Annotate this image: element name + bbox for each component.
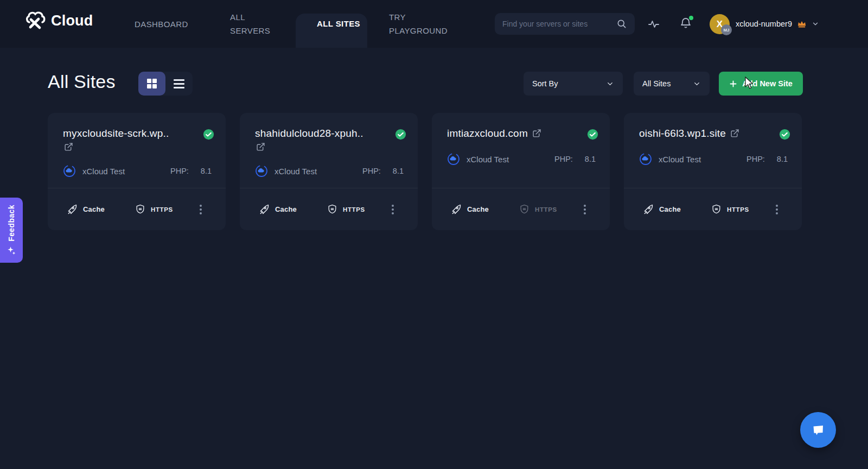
- site-card[interactable]: oishi-66l3.wp1.site xCloud Test PHP: 8.1…: [624, 113, 802, 230]
- grid-view-button[interactable]: [138, 72, 165, 96]
- site-status-check-icon: [587, 129, 598, 140]
- site-card[interactable]: shahidulcloud28-xpuh.. xCloud Test PHP: …: [240, 113, 418, 230]
- server-name[interactable]: xCloud Test: [275, 167, 317, 176]
- site-name[interactable]: myxcloudsite-scrk.wp..: [63, 126, 193, 140]
- server-row: xCloud Test PHP: 8.1: [255, 164, 404, 178]
- nav-all-sites-active-tab[interactable]: ALL SITES: [296, 14, 367, 48]
- https-label: HTTPS: [727, 206, 749, 213]
- nav-dashboard-label: DASHBOARD: [135, 17, 188, 31]
- chat-bubble-icon: [809, 421, 827, 439]
- https-button-disabled[interactable]: HTTPS: [519, 204, 557, 214]
- notification-dot: [689, 16, 693, 20]
- site-card[interactable]: imtiazxcloud.com xCloud Test PHP: 8.1 Ca…: [432, 113, 610, 230]
- site-status-check-icon: [395, 129, 406, 140]
- avatar-sub-badge: MJ: [721, 24, 732, 35]
- server-row: xCloud Test PHP: 8.1: [63, 164, 212, 178]
- shield-icon: [711, 204, 722, 214]
- nav-try-playground-label: TRY PLAYGROUND: [389, 12, 448, 35]
- site-name[interactable]: oishi-66l3.wp1.site: [639, 126, 769, 140]
- php-label: PHP:: [170, 167, 189, 175]
- chevron-down-icon: [606, 80, 614, 88]
- xcloud-logo[interactable]: Cloud: [24, 9, 93, 33]
- site-card-footer: Cache HTTPS: [432, 188, 610, 230]
- add-new-site-button[interactable]: Add New Site: [719, 72, 803, 96]
- search-input[interactable]: [502, 20, 616, 28]
- plus-icon: [729, 80, 737, 88]
- chat-widget-button[interactable]: [800, 412, 836, 448]
- page-title: All Sites: [48, 71, 116, 92]
- cache-label: Cache: [659, 205, 681, 213]
- top-navigation-bar: Cloud DASHBOARD ALL SERVERS ALL SITES TR…: [0, 0, 868, 48]
- chevron-down-icon: [693, 80, 701, 88]
- grid-icon: [147, 79, 157, 88]
- php-version: 8.1: [393, 167, 404, 175]
- nav-all-servers-label: ALL SERVERS: [230, 12, 270, 35]
- feedback-label: Feedback: [7, 205, 16, 242]
- nav-all-servers[interactable]: ALL SERVERS: [230, 10, 279, 37]
- site-card-head: myxcloudsite-scrk.wp..: [48, 113, 226, 151]
- cache-label: Cache: [275, 205, 297, 213]
- php-label: PHP:: [362, 167, 381, 175]
- https-button[interactable]: HTTPS: [711, 204, 749, 214]
- php-version: 8.1: [201, 167, 212, 175]
- server-cloud-icon: [255, 164, 268, 178]
- feedback-tab[interactable]: Feedback: [0, 198, 23, 263]
- server-row: xCloud Test PHP: 8.1: [639, 153, 788, 166]
- server-name[interactable]: xCloud Test: [82, 167, 125, 176]
- card-menu-dots-icon[interactable]: [197, 202, 204, 217]
- user-avatar[interactable]: X MJ: [710, 14, 730, 34]
- shield-icon: [327, 204, 337, 214]
- list-icon: [174, 79, 184, 88]
- card-menu-dots-icon[interactable]: [390, 202, 396, 217]
- xcloud-logo-icon: [24, 9, 48, 33]
- search-icon[interactable]: [616, 18, 627, 29]
- https-button[interactable]: HTTPS: [135, 204, 173, 214]
- external-link-icon[interactable]: [64, 142, 193, 151]
- external-link-icon[interactable]: [532, 129, 541, 138]
- user-name: xcloud-number9: [736, 20, 792, 28]
- sparkles-icon: [7, 246, 16, 256]
- site-name[interactable]: imtiazxcloud.com: [447, 126, 577, 140]
- php-version: 8.1: [585, 155, 596, 163]
- nav-dashboard[interactable]: DASHBOARD: [135, 0, 188, 48]
- chevron-down-icon: [812, 20, 819, 28]
- server-name[interactable]: xCloud Test: [659, 155, 701, 164]
- user-menu[interactable]: xcloud-number9: [736, 0, 819, 48]
- brand-name: Cloud: [51, 12, 93, 29]
- add-new-site-label: Add New Site: [742, 79, 793, 88]
- external-link-icon[interactable]: [730, 129, 739, 138]
- https-label: HTTPS: [343, 206, 365, 213]
- https-label: HTTPS: [535, 206, 557, 213]
- cache-label: Cache: [83, 205, 105, 213]
- rocket-icon: [450, 204, 462, 215]
- cache-button[interactable]: Cache: [642, 204, 681, 215]
- sort-by-dropdown[interactable]: Sort By: [524, 72, 623, 96]
- site-name[interactable]: shahidulcloud28-xpuh..: [255, 126, 385, 140]
- nav-try-playground[interactable]: TRY PLAYGROUND: [389, 10, 459, 37]
- server-name[interactable]: xCloud Test: [467, 155, 509, 164]
- site-filter-dropdown[interactable]: All Sites: [634, 72, 710, 96]
- cache-button[interactable]: Cache: [66, 204, 105, 215]
- card-menu-dots-icon[interactable]: [582, 202, 588, 217]
- cache-button[interactable]: Cache: [258, 204, 297, 215]
- php-label: PHP:: [746, 155, 765, 163]
- cache-button[interactable]: Cache: [450, 204, 489, 215]
- list-view-button[interactable]: [165, 72, 193, 96]
- https-button[interactable]: HTTPS: [327, 204, 365, 214]
- site-card[interactable]: myxcloudsite-scrk.wp.. xCloud Test PHP: …: [48, 113, 226, 230]
- server-cloud-icon: [447, 153, 460, 166]
- server-row: xCloud Test PHP: 8.1: [447, 153, 596, 166]
- activity-icon[interactable]: [647, 17, 660, 30]
- site-status-check-icon: [779, 129, 790, 140]
- notifications-bell-icon[interactable]: [679, 17, 692, 30]
- rocket-icon: [66, 204, 78, 215]
- shield-icon: [519, 204, 529, 214]
- site-card-footer: Cache HTTPS: [240, 188, 418, 230]
- view-toggle: [138, 72, 193, 96]
- external-link-icon[interactable]: [256, 142, 385, 151]
- server-cloud-icon: [639, 153, 652, 166]
- site-card-head: oishi-66l3.wp1.site: [624, 113, 802, 140]
- php-version: 8.1: [777, 155, 788, 163]
- site-card-head: imtiazxcloud.com: [432, 113, 610, 140]
- card-menu-dots-icon[interactable]: [774, 202, 780, 217]
